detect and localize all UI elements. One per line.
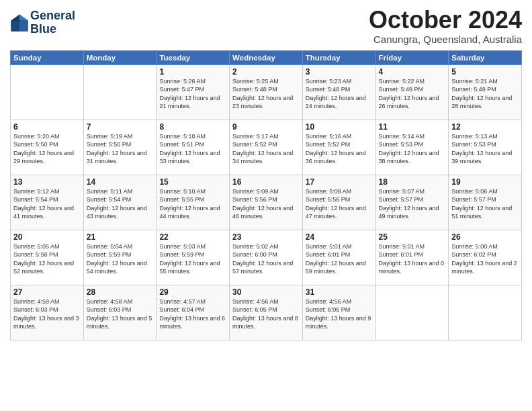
calendar-cell: 29Sunrise: 4:57 AMSunset: 6:04 PMDayligh… [157,285,230,340]
calendar-cell: 2Sunrise: 5:25 AMSunset: 5:48 PMDaylight… [230,64,303,120]
day-number: 14 [87,177,154,187]
day-detail: Sunrise: 5:08 AMSunset: 5:56 PMDaylight:… [306,187,373,221]
weekday-header: Tuesday [157,50,230,64]
day-number: 12 [451,122,519,132]
calendar-cell: 15Sunrise: 5:10 AMSunset: 5:55 PMDayligh… [157,175,230,230]
header: General Blue October 2024 Canungra, Quee… [10,7,522,45]
day-number: 29 [159,287,226,297]
calendar-week-row: 1Sunrise: 5:26 AMSunset: 5:47 PMDaylight… [11,64,522,120]
day-number: 25 [379,232,446,242]
day-number: 8 [159,122,226,132]
calendar-table: SundayMondayTuesdayWednesdayThursdayFrid… [10,50,522,340]
weekday-header: Monday [83,50,157,64]
calendar-cell: 3Sunrise: 5:23 AMSunset: 5:48 PMDaylight… [302,64,375,120]
calendar-cell: 18Sunrise: 5:07 AMSunset: 5:57 PMDayligh… [375,175,449,230]
month-title: October 2024 [369,7,522,34]
day-detail: Sunrise: 5:03 AMSunset: 5:59 PMDaylight:… [159,242,226,276]
day-number: 17 [306,177,373,187]
logo-line2: Blue [30,23,75,36]
day-detail: Sunrise: 4:57 AMSunset: 6:04 PMDaylight:… [159,298,226,331]
weekday-header: Friday [375,50,449,64]
day-detail: Sunrise: 5:04 AMSunset: 5:59 PMDaylight:… [87,242,154,276]
calendar-cell: 13Sunrise: 5:12 AMSunset: 5:54 PMDayligh… [11,175,84,230]
calendar-cell: 1Sunrise: 5:26 AMSunset: 5:47 PMDaylight… [157,64,230,120]
day-number: 1 [159,67,226,77]
day-detail: Sunrise: 5:05 AMSunset: 5:58 PMDaylight:… [13,242,81,276]
calendar-cell: 19Sunrise: 5:06 AMSunset: 5:57 PMDayligh… [449,175,522,230]
day-detail: Sunrise: 5:13 AMSunset: 5:53 PMDaylight:… [451,132,519,166]
day-detail: Sunrise: 4:58 AMSunset: 6:03 PMDaylight:… [87,298,154,331]
day-number: 3 [306,67,373,77]
day-number: 22 [159,232,226,242]
calendar-cell [11,64,84,120]
day-detail: Sunrise: 5:22 AMSunset: 5:49 PMDaylight:… [379,77,446,111]
day-number: 16 [232,177,300,187]
calendar-cell: 5Sunrise: 5:21 AMSunset: 5:49 PMDaylight… [449,64,522,120]
calendar-cell: 20Sunrise: 5:05 AMSunset: 5:58 PMDayligh… [11,230,84,285]
day-detail: Sunrise: 5:19 AMSunset: 5:50 PMDaylight:… [87,132,154,166]
page-container: General Blue October 2024 Canungra, Quee… [0,0,532,347]
day-detail: Sunrise: 5:20 AMSunset: 5:50 PMDaylight:… [13,132,81,166]
day-number: 5 [451,67,519,77]
calendar-cell: 25Sunrise: 5:01 AMSunset: 6:01 PMDayligh… [375,230,449,285]
calendar-cell: 10Sunrise: 5:16 AMSunset: 5:52 PMDayligh… [302,120,375,175]
day-number: 23 [232,232,300,242]
day-detail: Sunrise: 5:21 AMSunset: 5:49 PMDaylight:… [451,77,519,111]
calendar-cell: 11Sunrise: 5:14 AMSunset: 5:53 PMDayligh… [375,120,449,175]
day-detail: Sunrise: 5:18 AMSunset: 5:51 PMDaylight:… [159,132,226,166]
svg-marker-3 [11,20,19,31]
day-number: 11 [379,122,446,132]
logo-line1: General [30,9,75,23]
day-number: 24 [306,232,373,242]
calendar-cell: 22Sunrise: 5:03 AMSunset: 5:59 PMDayligh… [157,230,230,285]
header-row: SundayMondayTuesdayWednesdayThursdayFrid… [11,50,522,64]
day-detail: Sunrise: 5:23 AMSunset: 5:48 PMDaylight:… [306,77,373,111]
day-detail: Sunrise: 4:56 AMSunset: 6:05 PMDaylight:… [232,298,300,331]
calendar-week-row: 13Sunrise: 5:12 AMSunset: 5:54 PMDayligh… [11,175,522,230]
calendar-cell: 14Sunrise: 5:11 AMSunset: 5:54 PMDayligh… [83,175,157,230]
logo-icon [10,13,29,32]
day-detail: Sunrise: 5:01 AMSunset: 6:01 PMDaylight:… [306,242,373,276]
day-number: 13 [13,177,81,187]
day-detail: Sunrise: 5:10 AMSunset: 5:55 PMDaylight:… [159,187,226,221]
weekday-header: Thursday [302,50,375,64]
calendar-cell [449,285,522,340]
calendar-week-row: 27Sunrise: 4:59 AMSunset: 6:03 PMDayligh… [11,285,522,340]
calendar-cell [83,64,157,120]
calendar-week-row: 20Sunrise: 5:05 AMSunset: 5:58 PMDayligh… [11,230,522,285]
calendar-cell: 21Sunrise: 5:04 AMSunset: 5:59 PMDayligh… [83,230,157,285]
day-number: 6 [13,122,81,132]
day-number: 7 [87,122,154,132]
day-detail: Sunrise: 5:00 AMSunset: 6:02 PMDaylight:… [451,242,519,276]
calendar-cell: 30Sunrise: 4:56 AMSunset: 6:05 PMDayligh… [230,285,303,340]
calendar-cell: 31Sunrise: 4:56 AMSunset: 6:05 PMDayligh… [302,285,375,340]
day-number: 18 [379,177,446,187]
day-detail: Sunrise: 5:26 AMSunset: 5:47 PMDaylight:… [159,77,226,111]
weekday-header: Sunday [11,50,84,64]
calendar-cell: 27Sunrise: 4:59 AMSunset: 6:03 PMDayligh… [11,285,84,340]
day-detail: Sunrise: 5:09 AMSunset: 5:56 PMDaylight:… [232,187,300,221]
title-block: October 2024 Canungra, Queensland, Austr… [369,7,522,45]
svg-marker-2 [19,20,28,31]
day-number: 15 [159,177,226,187]
logo: General Blue [10,9,75,36]
calendar-cell: 7Sunrise: 5:19 AMSunset: 5:50 PMDaylight… [83,120,157,175]
calendar-cell: 12Sunrise: 5:13 AMSunset: 5:53 PMDayligh… [449,120,522,175]
day-number: 10 [306,122,373,132]
day-number: 31 [306,287,373,297]
weekday-header: Wednesday [230,50,303,64]
day-detail: Sunrise: 5:25 AMSunset: 5:48 PMDaylight:… [232,77,300,111]
day-number: 30 [232,287,300,297]
day-detail: Sunrise: 5:06 AMSunset: 5:57 PMDaylight:… [451,187,519,221]
day-detail: Sunrise: 4:59 AMSunset: 6:03 PMDaylight:… [13,298,81,331]
calendar-cell: 28Sunrise: 4:58 AMSunset: 6:03 PMDayligh… [83,285,157,340]
day-detail: Sunrise: 5:07 AMSunset: 5:57 PMDaylight:… [379,187,446,221]
day-number: 19 [451,177,519,187]
day-number: 26 [451,232,519,242]
day-detail: Sunrise: 5:02 AMSunset: 6:00 PMDaylight:… [232,242,300,276]
day-detail: Sunrise: 4:56 AMSunset: 6:05 PMDaylight:… [306,298,373,331]
day-number: 21 [87,232,154,242]
day-detail: Sunrise: 5:11 AMSunset: 5:54 PMDaylight:… [87,187,154,221]
day-number: 2 [232,67,300,77]
weekday-header: Saturday [449,50,522,64]
